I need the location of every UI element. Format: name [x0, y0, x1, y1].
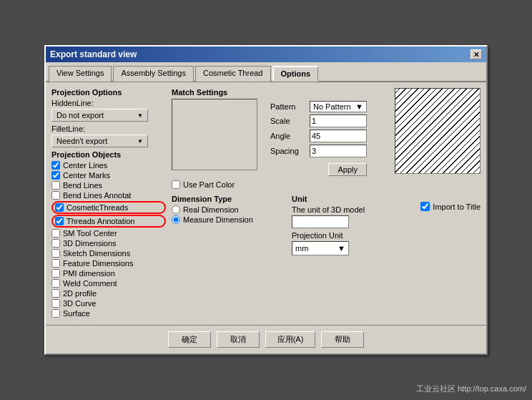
chevron-down-icon: ▼: [355, 102, 363, 111]
checkbox-label: Weld Comment: [63, 279, 117, 288]
checkbox-label: Threads Annotation: [66, 217, 134, 225]
list-item: Surface: [51, 309, 166, 318]
checkbox-label: Bend Lines Annotat: [63, 191, 131, 200]
checkbox-bend-lines[interactable]: [51, 181, 60, 190]
checkbox-2d-profile[interactable]: [51, 289, 60, 298]
checkbox-feature-dimensions[interactable]: [51, 259, 60, 268]
dialog-window: Export standard view ✕ View Settings Ass…: [44, 45, 488, 355]
unit-group: Unit The unit of 3D model Projection Uni…: [292, 195, 415, 255]
hidden-line-dropdown[interactable]: Do not export ▼: [51, 109, 148, 122]
list-item: 3D Dimensions: [51, 239, 166, 248]
checkboxes-container: Center LinesCenter MarksBend LinesBend L…: [51, 161, 166, 318]
hatch-preview-area: [395, 88, 481, 190]
tab-cosmetic-thread[interactable]: Cosmetic Thread: [195, 66, 271, 82]
projection-objects-title: Projection Objects: [51, 150, 166, 159]
checkbox-label: Feature Dimensions: [63, 259, 133, 268]
pattern-label: Pattern: [270, 102, 310, 111]
watermark: 工业云社区 http://top.caxa.com/: [416, 384, 526, 394]
measure-dimension-label: Measure Dimension: [183, 215, 253, 224]
checkbox-label: 3D Dimensions: [63, 239, 117, 248]
real-dimension-label: Real Dimension: [183, 205, 239, 214]
dimension-type-label: Dimension Type: [172, 195, 286, 203]
hidden-line-label: HiddenLine:: [51, 99, 166, 107]
proj-unit-label: Projection Unit: [292, 231, 415, 240]
cancel-button[interactable]: 取消: [217, 331, 260, 348]
tab-options[interactable]: Options: [272, 66, 319, 82]
apply-button[interactable]: Apply: [328, 163, 367, 176]
projection-options-title: Projection Options: [51, 88, 166, 97]
tab-view-settings[interactable]: View Settings: [49, 66, 112, 82]
checkbox-pmi-dimension[interactable]: [51, 269, 60, 278]
tab-assembly-settings[interactable]: Assembly Settings: [113, 66, 193, 82]
checkbox-label: CosmeticThreads: [66, 203, 128, 212]
spacing-label: Spacing: [270, 147, 310, 155]
help-button[interactable]: 帮助: [321, 331, 364, 348]
bottom-bar: 确定 取消 应用(A) 帮助: [46, 325, 486, 353]
checkbox-label: SM Tool Center: [63, 229, 117, 238]
hatch-preview-image: [395, 88, 481, 174]
checkbox-3d-curve[interactable]: [51, 299, 60, 308]
chevron-down-icon: ▼: [137, 138, 143, 145]
angle-label: Angle: [270, 132, 310, 140]
use-part-color-label: Use Part Color: [183, 180, 235, 189]
checkbox-cosmeticthreads[interactable]: [55, 203, 64, 212]
checkbox-center-lines[interactable]: [51, 161, 60, 170]
match-settings-area: Match Settings Pattern No Pattern ▼: [172, 88, 389, 190]
import-to-title-label: Import to Title: [433, 203, 481, 211]
angle-input[interactable]: [310, 130, 367, 142]
checkbox-label: Center Lines: [63, 161, 107, 170]
ok-button[interactable]: 确定: [168, 331, 211, 348]
unit-desc: The unit of 3D model: [292, 205, 415, 214]
checkbox-label: Center Marks: [63, 171, 110, 180]
match-form: Pattern No Pattern ▼ Scale: [270, 99, 367, 176]
checkbox-center-marks[interactable]: [51, 171, 60, 180]
top-section: Match Settings Pattern No Pattern ▼: [172, 88, 481, 190]
unit-label: Unit: [292, 195, 415, 203]
checkbox-label: 3D Curve: [63, 299, 96, 308]
list-item: Feature Dimensions: [51, 259, 166, 268]
list-item: Weld Comment: [51, 279, 166, 288]
checkbox-weld-comment[interactable]: [51, 279, 60, 288]
spacing-input[interactable]: [310, 145, 367, 157]
pattern-dropdown[interactable]: No Pattern ▼: [310, 101, 367, 112]
checkbox-3d-dimensions[interactable]: [51, 239, 60, 248]
checkbox-label: Bend Lines: [63, 181, 102, 190]
close-button[interactable]: ✕: [471, 49, 482, 59]
list-item: Center Marks: [51, 171, 166, 180]
dimension-type-group: Dimension Type Real Dimension Measure Di…: [172, 195, 286, 255]
import-to-title-checkbox[interactable]: [420, 202, 430, 211]
title-bar: Export standard view ✕: [46, 47, 486, 62]
proj-unit-dropdown[interactable]: mm ▼: [292, 241, 349, 255]
checkbox-label: Surface: [63, 309, 90, 318]
checkbox-label: PMI dimension: [63, 269, 115, 278]
left-panel: Projection Options HiddenLine: Do not ex…: [51, 88, 166, 319]
chevron-down-icon: ▼: [338, 244, 345, 253]
scale-label: Scale: [270, 117, 310, 125]
measure-dimension-radio[interactable]: [172, 215, 180, 224]
checkbox-threads-annotation[interactable]: [55, 217, 64, 225]
list-item: 2D profile: [51, 289, 166, 298]
unit-input[interactable]: [292, 215, 349, 228]
apply-footer-button[interactable]: 应用(A): [265, 331, 316, 348]
scale-input[interactable]: [310, 114, 367, 127]
use-part-color-checkbox[interactable]: [172, 180, 180, 189]
list-item: Threads Annotation: [51, 215, 166, 228]
list-item: SM Tool Center: [51, 229, 166, 238]
checkbox-surface[interactable]: [51, 309, 60, 318]
real-dimension-radio[interactable]: [172, 205, 180, 214]
list-item: Center Lines: [51, 161, 166, 170]
checkbox-sketch-dimensions[interactable]: [51, 249, 60, 258]
fillet-line-label: FilletLine:: [51, 125, 166, 133]
fillet-line-dropdown[interactable]: Needn't export ▼: [51, 135, 148, 147]
list-item: PMI dimension: [51, 269, 166, 278]
list-item: 3D Curve: [51, 299, 166, 308]
checkbox-label: 2D profile: [63, 289, 97, 298]
match-preview: [172, 99, 257, 170]
chevron-down-icon: ▼: [137, 112, 143, 119]
list-item: Sketch Dimensions: [51, 249, 166, 258]
checkbox-sm-tool-center[interactable]: [51, 229, 60, 238]
mid-section: Dimension Type Real Dimension Measure Di…: [172, 195, 481, 255]
list-item: CosmeticThreads: [51, 201, 166, 214]
checkbox-label: Sketch Dimensions: [63, 249, 130, 258]
checkbox-bend-lines-annotat[interactable]: [51, 191, 60, 200]
